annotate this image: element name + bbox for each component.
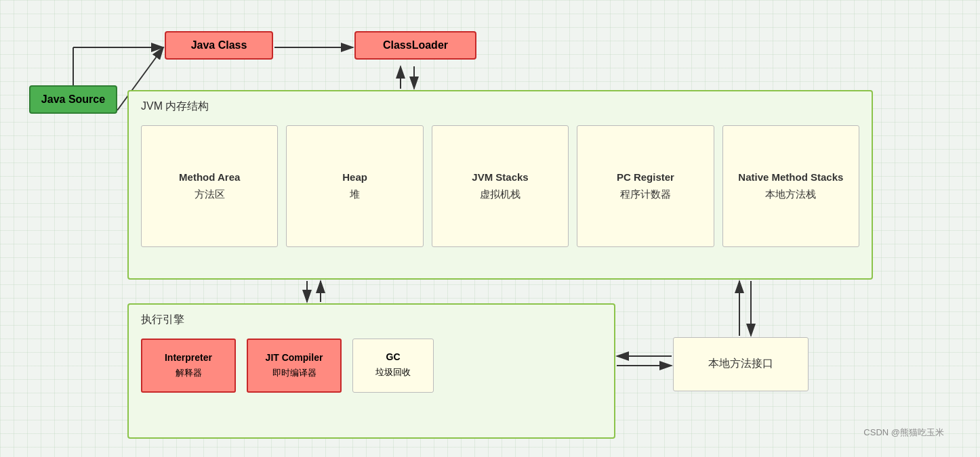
method-area-cell: Method Area 方法区 bbox=[141, 125, 278, 247]
jvm-stacks-cell: JVM Stacks 虚拟机栈 bbox=[432, 125, 569, 247]
jvm-container: JVM 内存结构 Method Area 方法区 Heap 堆 JVM Stac… bbox=[127, 90, 873, 280]
method-area-cn: 方法区 bbox=[195, 188, 225, 201]
exec-title: 执行引擎 bbox=[141, 313, 184, 327]
jvm-title: JVM 内存结构 bbox=[141, 100, 209, 114]
exec-container: 执行引擎 Interpreter 解释器 JIT Compiler 即时编译器 … bbox=[127, 303, 615, 439]
java-source-box: Java Source bbox=[29, 85, 117, 114]
jvm-stacks-cn: 虚拟机栈 bbox=[480, 188, 520, 201]
heap-cell: Heap 堆 bbox=[286, 125, 423, 247]
interpreter-cn: 解释器 bbox=[156, 367, 221, 379]
gc-cell: GC 垃圾回收 bbox=[352, 339, 434, 393]
classloader-box: ClassLoader bbox=[354, 31, 476, 60]
native-method-stacks-cell: Native Method Stacks 本地方法栈 bbox=[722, 125, 859, 247]
interpreter-cell: Interpreter 解释器 bbox=[141, 339, 236, 393]
pc-register-name: PC Register bbox=[617, 171, 674, 183]
heap-cn: 堆 bbox=[350, 188, 360, 201]
native-method-stacks-name: Native Method Stacks bbox=[738, 171, 843, 183]
heap-name: Heap bbox=[342, 171, 367, 183]
native-method-stacks-cn: 本地方法栈 bbox=[765, 188, 816, 201]
java-class-label: Java Class bbox=[191, 39, 247, 51]
jit-compiler-cell: JIT Compiler 即时编译器 bbox=[247, 339, 342, 393]
memory-cells: Method Area 方法区 Heap 堆 JVM Stacks 虚拟机栈 P… bbox=[141, 125, 859, 247]
gc-name: GC bbox=[367, 351, 420, 362]
native-interface-box: 本地方法接口 bbox=[673, 337, 809, 391]
classloader-label: ClassLoader bbox=[383, 39, 448, 51]
pc-register-cell: PC Register 程序计数器 bbox=[577, 125, 714, 247]
java-source-label: Java Source bbox=[41, 93, 105, 105]
interpreter-name: Interpreter bbox=[156, 352, 221, 363]
jit-compiler-name: JIT Compiler bbox=[262, 352, 327, 363]
gc-cn: 垃圾回收 bbox=[367, 366, 420, 378]
jit-compiler-cn: 即时编译器 bbox=[262, 367, 327, 379]
native-interface-label: 本地方法接口 bbox=[708, 357, 773, 371]
diagram-container: Java Source Java Class ClassLoader JVM 内… bbox=[22, 12, 958, 445]
exec-cells: Interpreter 解释器 JIT Compiler 即时编译器 GC 垃圾… bbox=[141, 339, 434, 393]
java-class-box: Java Class bbox=[165, 31, 273, 60]
method-area-name: Method Area bbox=[179, 171, 240, 183]
watermark: CSDN @熊猫吃玉米 bbox=[863, 427, 944, 439]
jvm-stacks-name: JVM Stacks bbox=[472, 171, 528, 183]
pc-register-cn: 程序计数器 bbox=[620, 188, 671, 201]
